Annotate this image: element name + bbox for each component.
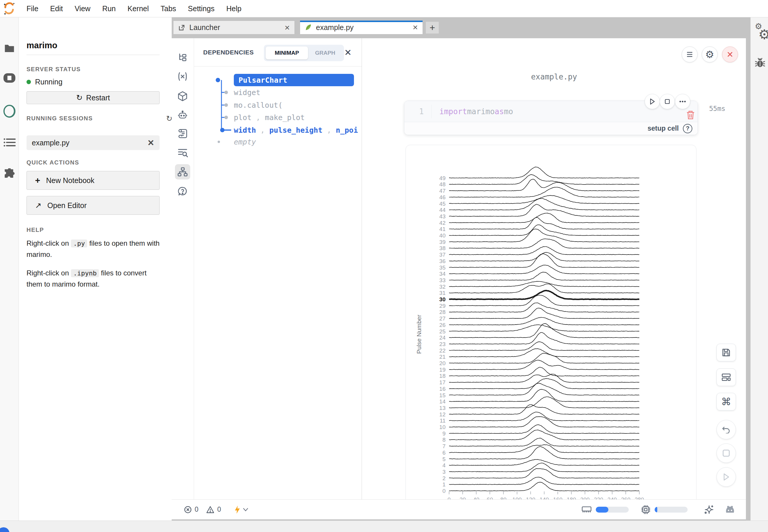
menu-bar: FileEditViewRunKernelTabsSettingsHelp <box>0 0 768 17</box>
undo-button[interactable] <box>717 420 736 439</box>
notebook-menu-button[interactable] <box>682 46 698 62</box>
pulse-line-21 <box>449 349 639 357</box>
open-editor-button[interactable]: ↗ Open Editor <box>26 196 159 215</box>
restart-button[interactable]: ↻ Restart <box>26 91 159 104</box>
pulse-axis-label: 42 <box>439 220 445 226</box>
pulse-line-22 <box>449 342 639 350</box>
notebook-shutdown-button[interactable]: ✕ <box>722 46 738 62</box>
help-line: Right-click on .py files to open them wi… <box>26 238 159 260</box>
tree-node[interactable]: plot , make_plot <box>234 111 305 124</box>
pulse-line-33 <box>449 272 639 280</box>
pulse-line-18 <box>449 367 639 376</box>
gear-icon: ⚙ <box>705 49 714 60</box>
stop-icon <box>722 449 730 457</box>
menu-item-file[interactable]: File <box>21 4 44 13</box>
menu-item-help[interactable]: Help <box>220 4 247 13</box>
run-all-button[interactable] <box>717 467 736 487</box>
menu-item-tabs[interactable]: Tabs <box>154 4 182 13</box>
stop-cell-button[interactable] <box>660 94 675 109</box>
tree-node[interactable]: width , pulse_height , n_poi <box>234 124 358 136</box>
notebook-settings-button[interactable]: ⚙ <box>702 46 718 62</box>
pulse-line-30[interactable] <box>449 290 639 299</box>
marimo-ring-icon[interactable] <box>3 104 16 118</box>
pulse-axis-label: 35 <box>439 265 445 271</box>
session-row[interactable]: example.py ✕ <box>26 135 159 150</box>
server-status-value: Running <box>35 78 62 86</box>
pulse-line-2 <box>449 468 639 478</box>
hamburger-icon <box>686 51 693 57</box>
server-status-row: Running <box>26 78 159 86</box>
tree-node[interactable]: widget <box>234 86 260 99</box>
autorun-control[interactable] <box>234 505 248 514</box>
pulse-axis-label: 16 <box>439 386 445 392</box>
pulse-line-27 <box>449 308 639 318</box>
new-tab-button[interactable]: + <box>426 22 439 34</box>
pulse-axis-label: 39 <box>439 239 445 245</box>
running-sessions-icon[interactable] <box>3 72 16 84</box>
pulse-axis-label: 23 <box>439 341 445 347</box>
pulse-axis-label: 27 <box>439 315 445 322</box>
pulse-line-43 <box>449 204 639 216</box>
extensions-icon[interactable] <box>3 168 16 180</box>
external-link-icon: ↗ <box>35 201 41 210</box>
sidebar-divider <box>26 55 159 55</box>
menu-item-view[interactable]: View <box>69 4 96 13</box>
sidebar-title: marimo <box>26 41 159 50</box>
menu-item-edit[interactable]: Edit <box>44 4 69 13</box>
cell-more-actions-button[interactable] <box>675 94 690 109</box>
save-icon <box>722 348 731 357</box>
dependencies-panel: DEPENDENCIES MINIMAP GRAPH ✕ PulsarChart… <box>172 38 362 499</box>
play-icon <box>649 98 655 105</box>
ram-icon <box>582 506 592 513</box>
tab-launcher[interactable]: Launcher × <box>173 21 295 34</box>
warnings-indicator[interactable]: 0 <box>206 506 221 513</box>
cell-code[interactable]: import marimo as mo <box>431 105 513 118</box>
new-notebook-button[interactable]: + New Notebook <box>26 171 159 190</box>
quick-actions-heading: QUICK ACTIONS <box>26 159 159 166</box>
marimo-assistant-icon[interactable] <box>725 505 735 514</box>
save-button[interactable] <box>717 344 736 361</box>
pulse-axis-label: 32 <box>439 284 445 290</box>
pulse-line-17 <box>449 374 639 382</box>
pulse-axis-label: 17 <box>439 379 445 385</box>
tree-node[interactable]: empty <box>234 136 256 148</box>
pulse-axis-label: 5 <box>442 456 445 462</box>
interrupt-button[interactable] <box>717 443 736 463</box>
setup-cell-label: setup cell <box>648 124 679 132</box>
pulse-axis-label: 0 <box>442 488 445 494</box>
delete-cell-icon[interactable] <box>686 110 695 120</box>
table-of-contents-icon[interactable] <box>3 138 16 147</box>
x-tick-label: 40 <box>473 496 479 499</box>
setup-help-icon[interactable]: ? <box>683 124 692 133</box>
help-line: Right-click on .ipynb files to convert t… <box>26 267 159 290</box>
pulse-axis-label: 10 <box>439 424 445 430</box>
pulse-line-25 <box>449 325 639 332</box>
menu-item-kernel[interactable]: Kernel <box>122 4 154 13</box>
warning-triangle-icon <box>206 506 215 513</box>
folder-icon[interactable] <box>4 43 15 53</box>
session-name: example.py <box>32 139 147 147</box>
debug-bug-icon[interactable] <box>755 58 765 68</box>
tab-example-py[interactable]: example.py × <box>300 21 423 34</box>
pulse-line-29 <box>449 295 639 306</box>
pulse-line-14 <box>449 389 639 402</box>
settings-gears-icon[interactable]: ⚙ <box>758 28 768 41</box>
ai-sparkle-icon[interactable] <box>704 505 714 515</box>
run-cell-button[interactable] <box>645 94 660 109</box>
command-palette-button[interactable]: ⌘ <box>717 393 736 410</box>
pulsar-ridgeline-chart: Pulse Number0204060801001201401601802002… <box>406 145 696 499</box>
tree-node-selected[interactable]: PulsarChart <box>234 74 354 86</box>
close-tab-icon[interactable]: × <box>413 23 418 32</box>
close-session-icon[interactable]: ✕ <box>147 138 154 148</box>
x-tick-label: 180 <box>566 496 576 499</box>
errors-indicator[interactable]: 0 <box>184 506 199 513</box>
command-icon: ⌘ <box>721 396 731 408</box>
undo-icon <box>722 426 730 433</box>
close-tab-icon[interactable]: × <box>285 23 290 32</box>
menu-item-settings[interactable]: Settings <box>182 4 220 13</box>
plus-icon: + <box>35 175 40 185</box>
pulse-line-37 <box>449 247 639 255</box>
menu-item-run[interactable]: Run <box>96 4 122 13</box>
tree-node[interactable]: mo.callout( <box>234 99 283 111</box>
layout-button[interactable] <box>717 368 736 386</box>
